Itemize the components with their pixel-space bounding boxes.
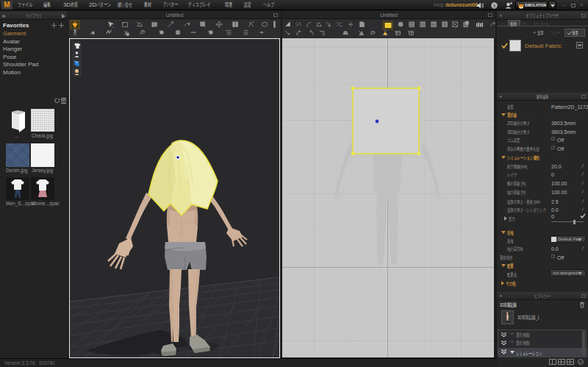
svg-text:S: S [492, 4, 495, 8]
